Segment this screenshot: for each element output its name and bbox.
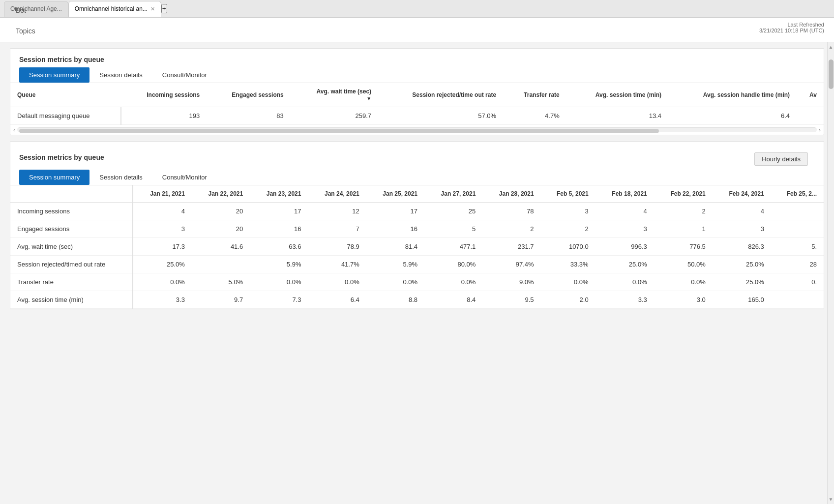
panel-2-table-wrapper: Jan 21, 2021Jan 22, 2021Jan 23, 2021Jan … (10, 185, 824, 309)
cell-value: 3 (596, 220, 654, 238)
panel1-subtab-session-details[interactable]: Session details (89, 67, 152, 83)
col-header-queue: Queue (10, 83, 121, 107)
cell-value: 776.5 (654, 238, 713, 256)
col-header-date: Jan 23, 2021 (250, 185, 308, 203)
cell-value: 2 (482, 220, 540, 238)
table-row: Default messaging queue19383259.757.0%4.… (10, 107, 824, 125)
cell-metric: Session rejected/timed out rate (10, 256, 133, 273)
table-row: Avg. session time (min)3.39.77.36.48.88.… (10, 291, 824, 309)
cell-value: 5.9% (366, 256, 424, 273)
cell-avg_handle: 6.4 (668, 107, 797, 125)
cell-value: 8.8 (366, 291, 424, 309)
panel2-subtab-consult/monitor[interactable]: Consult/Monitor (152, 170, 217, 185)
col-header-engaged: Engaged sessions (207, 83, 290, 107)
cell-value: 0.0% (366, 273, 424, 291)
cell-value: 63.6 (250, 238, 308, 256)
cell-av (797, 107, 824, 125)
cell-value: 3.3 (133, 291, 191, 309)
cell-value: 5. (771, 238, 824, 256)
nav-tab-bot[interactable]: Bot (8, 0, 64, 22)
panel1-subtab-session-summary[interactable]: Session summary (19, 67, 89, 83)
scroll-left-icon[interactable]: ‹ (13, 127, 15, 133)
col-header-date: Jan 21, 2021 (133, 185, 191, 203)
cell-queue: Default messaging queue (10, 107, 121, 125)
cell-value: 81.4 (366, 238, 424, 256)
cell-value: 16 (250, 220, 308, 238)
add-tab-button[interactable]: + (161, 4, 167, 13)
col-header-av: Av (797, 83, 824, 107)
col-header-date: Jan 27, 2021 (424, 185, 482, 203)
col-header-avg_wait: Avg. wait time (sec)▼ (291, 83, 378, 107)
col-header-date: Jan 28, 2021 (482, 185, 540, 203)
cell-value: 1 (654, 220, 713, 238)
cell-value: 16 (366, 220, 424, 238)
cell-value: 78.9 (308, 238, 366, 256)
panel2-subtab-session-summary[interactable]: Session summary (19, 170, 89, 185)
cell-value: 9.5 (482, 291, 540, 309)
panel2-subtab-session-details[interactable]: Session details (89, 170, 152, 185)
panel-1: Session metrics by queue Session summary… (10, 48, 824, 135)
col-header-date: Jan 22, 2021 (192, 185, 250, 203)
scroll-right-icon[interactable]: › (819, 127, 821, 133)
cell-value: 996.3 (596, 238, 654, 256)
col-header-date: Jan 24, 2021 (308, 185, 366, 203)
cell-value: 17 (366, 203, 424, 220)
cell-value (771, 291, 824, 309)
cell-value: 5.9% (250, 256, 308, 273)
cell-avg_session: 13.4 (566, 107, 668, 125)
main-content: Session metrics by queue Session summary… (0, 42, 834, 504)
cell-value: 41.7% (308, 256, 366, 273)
cell-value: 33.3% (541, 256, 596, 273)
panel-2-title: Session metrics by queue (19, 153, 104, 161)
cell-value: 5 (424, 220, 482, 238)
close-tab-icon[interactable]: ✕ (150, 6, 155, 12)
panel-2-table: Jan 21, 2021Jan 22, 2021Jan 23, 2021Jan … (10, 185, 824, 309)
browser-tab-2[interactable]: Omnichannel historical an... ✕ (68, 1, 161, 17)
cell-value: 12 (308, 203, 366, 220)
last-refreshed-label: Last Refreshed (759, 22, 824, 28)
panel-1-sub-tabs: Session summarySession detailsConsult/Mo… (10, 67, 824, 83)
cell-value (771, 220, 824, 238)
cell-value: 41.6 (192, 238, 250, 256)
col-header-date: Feb 24, 2021 (713, 185, 771, 203)
panel-1-table: QueueIncoming sessionsEngaged sessionsAv… (10, 83, 824, 125)
cell-value: 826.3 (713, 238, 771, 256)
cell-value: 7.3 (250, 291, 308, 309)
cell-value: 25.0% (713, 273, 771, 291)
cell-metric: Incoming sessions (10, 203, 133, 220)
col-header-avg_session: Avg. session time (min) (566, 83, 668, 107)
cell-value: 1070.0 (541, 238, 596, 256)
cell-value: 17 (250, 203, 308, 220)
cell-value: 3.0 (654, 291, 713, 309)
col-header-metric (10, 185, 133, 203)
panel-1-table-wrapper: QueueIncoming sessionsEngaged sessionsAv… (10, 83, 824, 125)
panel-1-scroll-bar[interactable]: ‹ › (10, 125, 824, 135)
cell-value: 9.7 (192, 291, 250, 309)
hourly-details-button[interactable]: Hourly details (754, 152, 808, 166)
cell-value: 0.0% (654, 273, 713, 291)
cell-value: 25.0% (133, 256, 191, 273)
cell-incoming: 193 (121, 107, 207, 125)
cell-value: 231.7 (482, 238, 540, 256)
cell-value: 0.0% (133, 273, 191, 291)
table-row: Session rejected/timed out rate25.0%5.9%… (10, 256, 824, 273)
right-scrollbar[interactable]: ▲ ▼ (827, 42, 834, 504)
cell-value: 7 (308, 220, 366, 238)
cell-value: 9.0% (482, 273, 540, 291)
table-row: Avg. wait time (sec)17.341.663.678.981.4… (10, 238, 824, 256)
cell-value: 20 (192, 220, 250, 238)
nav-tab-topics[interactable]: Topics (8, 21, 64, 42)
col-header-date: Feb 22, 2021 (654, 185, 713, 203)
cell-metric: Avg. wait time (sec) (10, 238, 133, 256)
cell-value: 0.0% (308, 273, 366, 291)
cell-avg_wait: 259.7 (291, 107, 378, 125)
panel1-subtab-consult/monitor[interactable]: Consult/Monitor (152, 67, 217, 83)
cell-value (192, 256, 250, 273)
cell-value: 17.3 (133, 238, 191, 256)
cell-value: 3 (541, 203, 596, 220)
cell-value: 50.0% (654, 256, 713, 273)
cell-value: 0.0% (596, 273, 654, 291)
cell-value: 3 (133, 220, 191, 238)
col-header-date: Feb 25, 2... (771, 185, 824, 203)
cell-value: 0.0% (424, 273, 482, 291)
